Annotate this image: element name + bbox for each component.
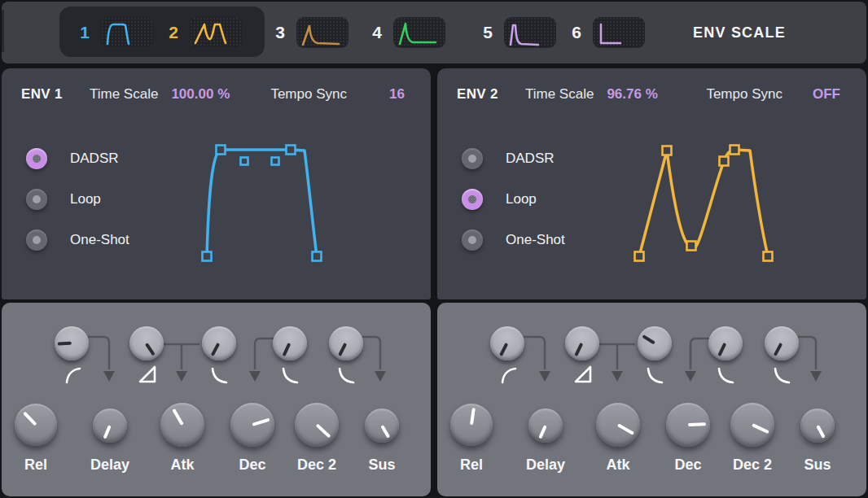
radio-button[interactable] — [26, 189, 47, 210]
mode-label: DADSR — [70, 151, 119, 167]
env1-mode-selector: DADSR Loop One-Shot — [26, 146, 129, 269]
decay2-knob[interactable] — [730, 403, 774, 447]
mode-loop[interactable]: Loop — [462, 187, 565, 212]
sustain-knob-unit: Sus — [783, 303, 852, 496]
envelope-tab-bar: 1 2 3 4 5 6 ENV SCALE — [2, 2, 866, 63]
radio-button[interactable] — [462, 148, 483, 169]
tab-number: 1 — [78, 23, 91, 42]
knob-label: Delay — [76, 456, 144, 474]
time-scale-label: Time Scale — [525, 86, 594, 103]
tab-number: 4 — [370, 23, 384, 42]
tab-number: 3 — [274, 23, 287, 42]
env2-waveform-thumbnail — [190, 17, 242, 48]
release-knob[interactable] — [15, 404, 57, 446]
tempo-sync-value[interactable]: OFF — [813, 86, 840, 103]
knob-label: Delay — [511, 456, 580, 474]
tab-number: 5 — [481, 23, 494, 42]
knob-label: Dec — [218, 456, 287, 474]
mode-one-shot[interactable]: One-Shot — [462, 228, 565, 252]
mode-label: Loop — [506, 191, 537, 208]
release-knob-unit: Rel — [437, 303, 506, 496]
env4-waveform-thumbnail — [393, 17, 445, 48]
tempo-sync-label: Tempo Sync — [270, 86, 347, 103]
attack-knob[interactable] — [596, 403, 640, 447]
env2-knob-panel: Delay Atk Dec Dec 2 Sus Rel — [437, 303, 866, 496]
knob-label: Dec 2 — [283, 456, 351, 474]
decay-knob-unit: Dec — [654, 303, 722, 496]
tab-number: 6 — [570, 23, 583, 42]
knob-label: Dec — [654, 456, 722, 474]
delay-knob-unit: Delay — [511, 303, 580, 496]
mode-label: DADSR — [506, 151, 555, 167]
decay-knob-unit: Dec — [218, 303, 287, 496]
decay2-knob-unit: Dec 2 — [718, 303, 787, 496]
left-edge-notch — [2, 10, 4, 52]
env-tab-5[interactable]: 5 — [481, 2, 556, 63]
env2-panel: ENV 2 Time Scale 96.76 % Tempo Sync OFF … — [437, 68, 866, 299]
attack-knob-unit: Atk — [148, 303, 217, 496]
delay-knob[interactable] — [93, 408, 127, 443]
attack-knob-unit: Atk — [584, 303, 652, 496]
time-scale-label: Time Scale — [90, 86, 158, 103]
radio-button[interactable] — [462, 229, 483, 251]
env-tab-6[interactable]: 6 — [570, 2, 645, 63]
decay2-knob[interactable] — [295, 403, 339, 447]
env1-knob-panel: Delay Atk Dec Dec 2 Sus Rel — [2, 303, 431, 496]
mode-label: One-Shot — [506, 232, 565, 248]
mode-label: One-Shot — [70, 232, 129, 248]
sustain-knob[interactable] — [365, 408, 399, 443]
release-knob-unit: Rel — [2, 303, 70, 496]
release-knob[interactable] — [450, 404, 493, 446]
radio-button[interactable] — [26, 229, 47, 251]
env2-header: ENV 2 Time Scale 96.76 % Tempo Sync OFF — [437, 68, 866, 103]
time-scale-value[interactable]: 96.76 % — [607, 86, 696, 103]
env1-panel: ENV 1 Time Scale 100.00 % Tempo Sync 16 … — [2, 68, 431, 299]
mode-label: Loop — [70, 191, 101, 208]
decay-knob[interactable] — [666, 403, 710, 447]
knob-label: Rel — [437, 456, 506, 474]
panel-title: ENV 1 — [21, 86, 90, 103]
time-scale-value[interactable]: 100.00 % — [171, 86, 261, 103]
mode-loop[interactable]: Loop — [26, 187, 129, 212]
radio-button[interactable] — [462, 189, 483, 210]
mode-one-shot[interactable]: One-Shot — [26, 228, 129, 252]
knob-label: Sus — [348, 456, 416, 474]
envelope-editor: 1 2 3 4 5 6 ENV SCALE ENV 1 Time Scale — [0, 0, 868, 498]
delay-knob-unit: Delay — [76, 303, 144, 496]
decay-knob[interactable] — [230, 403, 274, 447]
radio-button[interactable] — [26, 148, 47, 169]
tempo-sync-value[interactable]: 16 — [389, 86, 405, 103]
env3-waveform-thumbnail — [296, 17, 349, 48]
env-tab-2[interactable]: 2 — [167, 2, 242, 63]
knob-label: Rel — [2, 456, 70, 474]
panel-title: ENV 2 — [457, 86, 525, 103]
env6-waveform-thumbnail — [593, 17, 645, 48]
env-scale-button[interactable]: ENV SCALE — [686, 2, 792, 63]
env5-waveform-thumbnail — [504, 17, 556, 48]
mode-dadsr[interactable]: DADSR — [462, 146, 565, 171]
env-tab-1[interactable]: 1 — [78, 2, 153, 63]
env2-mode-selector: DADSR Loop One-Shot — [462, 146, 565, 269]
sustain-knob[interactable] — [800, 408, 835, 443]
knob-label: Atk — [584, 456, 652, 474]
knob-label: Dec 2 — [718, 456, 787, 474]
tab-number: 2 — [167, 23, 180, 42]
sustain-knob-unit: Sus — [348, 303, 416, 496]
env1-waveform-thumbnail — [101, 17, 153, 48]
env-tab-4[interactable]: 4 — [370, 2, 445, 63]
knob-label: Sus — [783, 456, 852, 474]
delay-knob[interactable] — [528, 408, 563, 443]
env1-header: ENV 1 Time Scale 100.00 % Tempo Sync 16 — [2, 68, 431, 103]
env-tab-3[interactable]: 3 — [274, 2, 349, 63]
attack-knob[interactable] — [160, 403, 204, 447]
decay2-knob-unit: Dec 2 — [283, 303, 351, 496]
knob-label: Atk — [148, 456, 217, 474]
tempo-sync-label: Tempo Sync — [706, 86, 783, 103]
mode-dadsr[interactable]: DADSR — [26, 146, 129, 171]
